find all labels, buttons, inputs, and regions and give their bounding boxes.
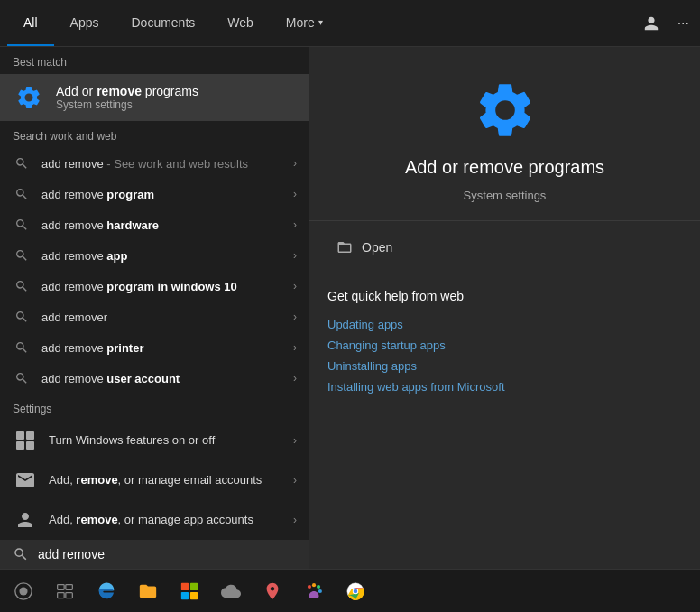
search-bar-icon xyxy=(13,546,29,562)
chrome-button[interactable] xyxy=(336,571,375,611)
store-icon xyxy=(180,581,199,601)
svg-point-15 xyxy=(312,583,316,587)
svg-point-14 xyxy=(308,584,311,588)
svg-point-16 xyxy=(317,584,320,588)
chevron-right-icon: › xyxy=(293,434,297,447)
search-icon xyxy=(13,154,31,172)
svg-rect-7 xyxy=(66,584,73,589)
help-link-webapp[interactable]: Installing web apps from Microsoft xyxy=(327,376,682,397)
settings-item-email[interactable]: Add, remove, or manage email accounts › xyxy=(0,460,309,500)
tab-all[interactable]: All xyxy=(7,0,54,46)
tab-more[interactable]: More ▾ xyxy=(270,0,339,46)
store-button[interactable] xyxy=(170,571,209,611)
open-icon xyxy=(336,239,353,255)
list-item[interactable]: add remove program in windows 10 › xyxy=(0,271,309,301)
right-help: Get quick help from web Updating apps Ch… xyxy=(309,274,700,412)
windows-features-icon xyxy=(13,428,38,453)
svg-point-17 xyxy=(318,589,322,592)
svg-rect-12 xyxy=(181,591,189,598)
maps-button[interactable] xyxy=(253,571,292,611)
app-icon xyxy=(469,74,541,146)
settings-gear-icon xyxy=(13,81,45,114)
help-link-startup[interactable]: Changing startup apps xyxy=(327,335,682,356)
help-link-updating[interactable]: Updating apps xyxy=(327,314,682,335)
chevron-right-icon: › xyxy=(293,514,297,526)
top-nav: All Apps Documents Web More ▾ ··· xyxy=(0,0,700,47)
settings-label: Settings xyxy=(0,394,309,421)
search-input[interactable] xyxy=(38,547,297,561)
settings-item-features[interactable]: Turn Windows features on or off › xyxy=(0,421,309,460)
search-icon xyxy=(13,369,31,387)
tab-apps[interactable]: Apps xyxy=(54,0,115,46)
edge-icon xyxy=(97,581,116,601)
list-item[interactable]: add remove printer › xyxy=(0,332,309,363)
best-match-item[interactable]: Add or remove programs System settings xyxy=(0,74,309,121)
list-item[interactable]: add remove program › xyxy=(0,179,309,209)
list-item[interactable]: add remover › xyxy=(0,301,309,332)
onedrive-icon xyxy=(221,581,241,601)
suggestion-text: add remove program in windows 10 xyxy=(41,280,282,293)
search-icon xyxy=(13,246,31,264)
suggestion-text: add remove - See work and web results xyxy=(41,157,282,171)
settings-item-app-accounts[interactable]: Add, remove, or manage app accounts › xyxy=(0,500,309,540)
ellipsis-icon: ··· xyxy=(677,15,689,32)
onedrive-button[interactable] xyxy=(211,571,251,611)
suggestion-text: add remover xyxy=(41,311,282,324)
search-icon xyxy=(13,308,31,326)
best-match-text: Add or remove programs System settings xyxy=(56,84,198,111)
more-options-button[interactable]: ··· xyxy=(674,12,693,35)
list-item[interactable]: add remove app › xyxy=(0,240,309,271)
suggestion-text: add remove app xyxy=(41,249,282,263)
svg-rect-6 xyxy=(58,584,64,589)
nav-actions: ··· xyxy=(640,12,693,35)
task-view-icon xyxy=(56,582,74,600)
nav-tabs: All Apps Documents Web More ▾ xyxy=(7,0,339,46)
chevron-right-icon: › xyxy=(293,280,297,292)
best-match-label: Best match xyxy=(0,47,309,74)
paint-icon xyxy=(304,581,324,601)
file-explorer-button[interactable] xyxy=(128,571,168,611)
cortana-search-button[interactable] xyxy=(4,571,43,611)
person-icon xyxy=(643,15,659,32)
cortana-icon xyxy=(14,581,33,601)
open-button[interactable]: Open xyxy=(327,234,682,261)
svg-rect-13 xyxy=(190,591,198,598)
help-link-uninstalling[interactable]: Uninstalling apps xyxy=(327,356,682,376)
search-icon xyxy=(13,338,31,357)
edge-browser-button[interactable] xyxy=(87,571,126,611)
main-content: Best match Add or remove programs System… xyxy=(0,47,700,569)
chevron-right-icon: › xyxy=(293,188,297,200)
svg-rect-0 xyxy=(16,431,24,440)
search-web-label: Search work and web xyxy=(0,121,309,148)
chevron-right-icon: › xyxy=(293,341,297,354)
settings-text: Turn Windows features on or off xyxy=(49,433,282,449)
task-view-button[interactable] xyxy=(45,571,85,611)
tab-web[interactable]: Web xyxy=(211,0,270,46)
right-subtitle: System settings xyxy=(464,189,547,202)
chevron-right-icon: › xyxy=(293,311,297,323)
svg-rect-11 xyxy=(190,582,198,589)
search-bar xyxy=(0,540,309,569)
paint-button[interactable] xyxy=(294,571,334,611)
svg-point-20 xyxy=(354,589,358,593)
list-item[interactable]: add remove hardware › xyxy=(0,209,309,240)
help-title: Get quick help from web xyxy=(327,289,682,303)
svg-rect-9 xyxy=(66,592,73,598)
maps-icon xyxy=(262,581,282,601)
settings-text: Add, remove, or manage app accounts xyxy=(49,513,282,528)
svg-rect-1 xyxy=(26,431,34,440)
email-icon xyxy=(13,468,38,493)
tab-documents[interactable]: Documents xyxy=(115,0,211,46)
svg-rect-3 xyxy=(26,441,34,450)
chevron-down-icon: ▾ xyxy=(318,17,323,27)
suggestion-text: add remove program xyxy=(41,188,282,201)
right-title: Add or remove programs xyxy=(405,157,604,178)
list-item[interactable]: add remove user account › xyxy=(0,363,309,394)
list-item[interactable]: add remove - See work and web results › xyxy=(0,148,309,179)
right-actions: Open xyxy=(309,221,700,274)
chevron-right-icon: › xyxy=(293,218,297,231)
suggestion-text: add remove hardware xyxy=(41,218,282,232)
person-button[interactable] xyxy=(640,12,663,35)
chevron-right-icon: › xyxy=(293,157,297,170)
search-icon xyxy=(13,185,31,203)
